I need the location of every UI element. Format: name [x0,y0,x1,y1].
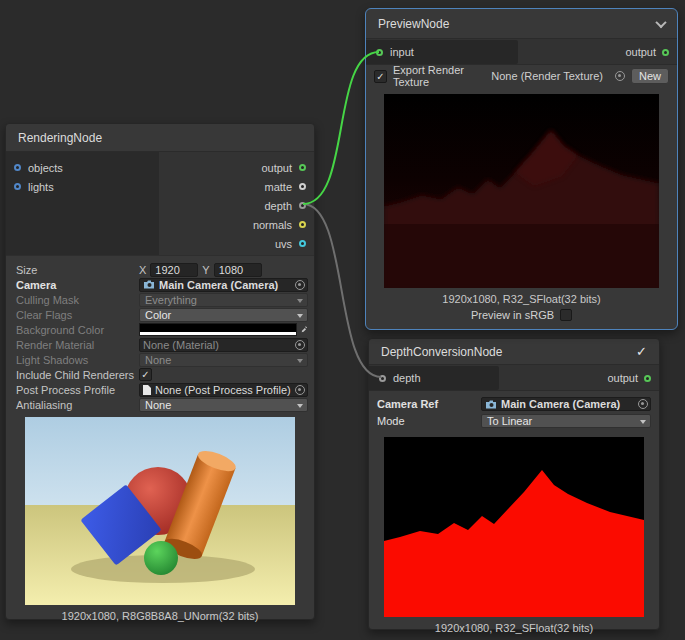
port-depth-input-label: depth [393,372,421,384]
output-port-icon[interactable] [299,164,306,171]
port-objects[interactable]: objects [6,158,159,177]
output-port-icon[interactable] [644,375,651,382]
port-normals[interactable]: normals [159,215,314,234]
rendering-node-properties: Size X 1920 Y 1080 Camera Main Camera (C… [6,256,314,414]
preview-node-header[interactable]: PreviewNode [366,9,677,39]
property-row-background-color: Background Color [12,322,308,337]
port-uvs-label: uvs [275,238,292,250]
post-process-profile-object-field[interactable]: None (Post Process Profile) [139,383,308,397]
size-x-label: X [139,264,146,276]
object-picker-icon[interactable] [295,280,305,290]
include-child-renderers-checkbox[interactable]: ✓ [139,368,152,381]
output-port-icon[interactable] [662,49,669,56]
objects-port-icon[interactable] [14,164,21,171]
property-row-antialiasing: Antialiasing None [12,397,308,412]
property-row-size: Size X 1920 Y 1080 [12,262,308,277]
size-y-label: Y [202,264,209,276]
document-icon [143,385,151,395]
antialiasing-label: Antialiasing [12,399,139,411]
preview-in-srgb-label: Preview in sRGB [471,309,554,321]
port-depth-label: depth [264,200,292,212]
rendering-node-inputs: objects lights [6,152,159,255]
property-row-culling-mask: Culling Mask Everything [12,292,308,307]
normals-port-icon[interactable] [299,221,306,228]
rendering-node-ports: objects lights output matte depth [6,152,314,256]
depth-conversion-caption: 1920x1080, R32_SFloat(32 bits) [369,622,659,634]
port-output[interactable]: output [625,39,669,65]
include-child-renderers-label: Include Child Renderers [12,369,139,381]
property-row-post-process-profile: Post Process Profile None (Post Process … [12,382,308,397]
uvs-port-icon[interactable] [299,240,306,247]
rendering-node-header[interactable]: RenderingNode [6,124,314,152]
eyedropper-icon[interactable] [301,324,308,335]
port-depth[interactable]: depth [159,196,314,215]
render-material-object-field[interactable]: None (Material) [139,338,308,352]
node-rendering[interactable]: RenderingNode objects lights output [5,123,315,620]
object-picker-icon[interactable] [295,340,305,350]
light-shadows-dropdown[interactable]: None [139,353,308,367]
chevron-down-icon[interactable] [655,16,666,27]
depth-port-icon[interactable] [299,202,306,209]
port-output[interactable]: output [159,158,314,177]
render-material-value: None (Material) [143,339,219,351]
object-picker-icon[interactable] [638,399,648,409]
antialiasing-dropdown[interactable]: None [139,398,308,412]
color-swatch-alpha-bar [140,332,296,335]
port-input[interactable]: input [366,40,518,64]
export-render-texture-checkbox[interactable]: ✓ [374,70,387,83]
port-uvs[interactable]: uvs [159,234,314,253]
culling-mask-dropdown[interactable]: Everything [139,293,308,307]
port-input-label: input [390,46,414,58]
background-color-swatch[interactable] [139,323,297,336]
camera-field-value: Main Camera (Camera) [159,279,278,291]
camera-object-field[interactable]: Main Camera (Camera) [139,278,308,292]
rendering-node-title: RenderingNode [18,131,302,145]
port-output-label: output [261,162,292,174]
input-port-icon[interactable] [376,49,383,56]
rendering-node-outputs: output matte depth normals uvs [159,152,314,255]
size-x-field[interactable]: 1920 [150,263,198,277]
preview-in-srgb-checkbox[interactable] [560,309,572,321]
depth-conversion-node-header[interactable]: DepthConversionNode ✓ [369,339,659,365]
light-shadows-label: Light Shadows [12,354,139,366]
clear-flags-dropdown[interactable]: Color [139,308,308,322]
depth-input-port-icon[interactable] [379,375,386,382]
mode-dropdown[interactable]: To Linear [481,414,651,428]
property-row-camera: Camera Main Camera (Camera) [12,277,308,292]
linear-depth-preview-image [384,437,644,617]
object-picker-icon[interactable] [295,385,305,395]
property-row-mode: Mode To Linear [377,413,651,429]
preview-in-srgb-row: Preview in sRGB [366,309,677,321]
node-graph-canvas[interactable]: RenderingNode objects lights output [0,0,685,640]
property-row-render-material: Render Material None (Material) [12,337,308,352]
property-row-camera-ref: Camera Ref Main Camera (Camera) [377,396,651,412]
preview-node-title: PreviewNode [378,17,657,31]
size-y-field[interactable]: 1080 [214,263,262,277]
camera-label: Camera [12,279,139,291]
preview-node-caption: 1920x1080, R32_SFloat(32 bits) [366,293,677,305]
post-process-profile-value: None (Post Process Profile) [155,384,291,396]
matte-port-icon[interactable] [299,183,306,190]
mode-label: Mode [377,415,481,427]
render-material-label: Render Material [12,339,139,351]
node-depth-conversion[interactable]: DepthConversionNode ✓ depth output Camer… [368,338,660,630]
new-render-texture-button[interactable]: New [631,68,669,84]
culling-mask-label: Culling Mask [12,294,139,306]
port-output[interactable]: output [607,365,651,391]
lights-port-icon[interactable] [14,183,21,190]
rendering-preview-image [25,417,295,605]
property-row-clear-flags: Clear Flags Color [12,307,308,322]
node-preview[interactable]: PreviewNode input output ✓ Export Render… [365,8,678,330]
property-row-include-child-renderers: Include Child Renderers ✓ [12,367,308,382]
depth-foreground [384,224,659,288]
port-lights[interactable]: lights [6,177,159,196]
export-render-texture-value[interactable]: None (Render Texture) [491,70,603,82]
port-depth-input[interactable]: depth [369,366,499,390]
object-picker-icon[interactable] [615,71,625,81]
camera-ref-object-field[interactable]: Main Camera (Camera) [481,397,651,411]
node-enabled-checkbox[interactable]: ✓ [636,344,647,359]
camera-ref-label: Camera Ref [377,398,481,410]
port-matte[interactable]: matte [159,177,314,196]
depth-conversion-io-row: depth output [369,365,659,391]
scene-green-sphere [144,541,178,575]
